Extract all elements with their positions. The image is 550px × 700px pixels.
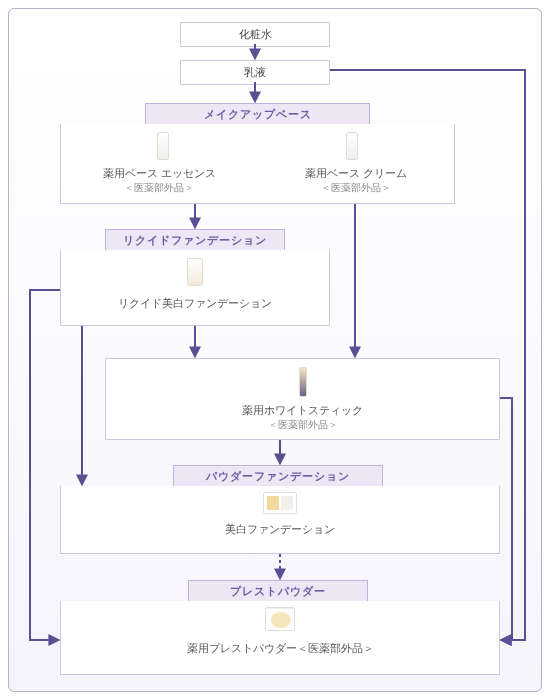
step-emulsion: 乳液 bbox=[180, 60, 330, 85]
product-base-cream: 薬用ベース クリーム ＜医薬部外品＞ bbox=[258, 166, 455, 195]
product-white-stick: 薬用ホワイトスティック ＜医薬部外品＞ bbox=[106, 403, 499, 432]
product-pressed-powder-icon bbox=[265, 607, 295, 631]
product-liquid-foundation-icon bbox=[187, 258, 203, 286]
product-base-essence-icon bbox=[157, 132, 169, 160]
product-liquid-foundation: リクイド美白ファンデーション bbox=[61, 296, 329, 310]
product-powder-foundation-name: 美白ファンデーション bbox=[225, 523, 335, 535]
step-emulsion-label: 乳液 bbox=[244, 66, 266, 78]
product-powder-foundation-icon bbox=[263, 492, 297, 514]
category-makeup-base: メイクアップベース bbox=[145, 103, 370, 126]
product-liquid-foundation-name: リクイド美白ファンデーション bbox=[118, 297, 272, 309]
category-makeup-base-label: メイクアップベース bbox=[204, 108, 312, 120]
product-pressed-powder-name: 薬用プレストパウダー＜医薬部外品＞ bbox=[187, 642, 374, 654]
product-base-essence-name: 薬用ベース エッセンス bbox=[103, 167, 216, 179]
product-base-cream-note: ＜医薬部外品＞ bbox=[321, 182, 391, 193]
product-base-essence: 薬用ベース エッセンス ＜医薬部外品＞ bbox=[61, 166, 258, 195]
step-lotion-label: 化粧水 bbox=[239, 28, 272, 40]
makeup-base-body: 薬用ベース エッセンス ＜医薬部外品＞ 薬用ベース クリーム ＜医薬部外品＞ bbox=[60, 124, 455, 204]
category-pressed-powder-label: プレストパウダー bbox=[230, 585, 326, 597]
liquid-foundation-body: リクイド美白ファンデーション bbox=[60, 250, 330, 326]
product-base-cream-name: 薬用ベース クリーム bbox=[305, 167, 407, 179]
product-powder-foundation: 美白ファンデーション bbox=[61, 522, 499, 536]
category-powder-foundation-label: パウダーファンデーション bbox=[206, 470, 350, 482]
category-powder-foundation: パウダーファンデーション bbox=[173, 465, 383, 488]
product-white-stick-name: 薬用ホワイトスティック bbox=[242, 404, 363, 416]
category-liquid-foundation-label: リクイドファンデーション bbox=[123, 234, 267, 246]
product-base-cream-icon bbox=[346, 132, 358, 160]
product-pressed-powder: 薬用プレストパウダー＜医薬部外品＞ bbox=[61, 641, 499, 655]
powder-foundation-body: 美白ファンデーション bbox=[60, 486, 500, 554]
category-liquid-foundation: リクイドファンデーション bbox=[105, 229, 285, 252]
category-pressed-powder: プレストパウダー bbox=[188, 580, 368, 603]
product-white-stick-note: ＜医薬部外品＞ bbox=[268, 419, 338, 430]
pressed-powder-body: 薬用プレストパウダー＜医薬部外品＞ bbox=[60, 601, 500, 675]
product-base-essence-note: ＜医薬部外品＞ bbox=[124, 182, 194, 193]
product-white-stick-icon bbox=[299, 367, 307, 397]
step-lotion: 化粧水 bbox=[180, 22, 330, 47]
product-white-stick-box: 薬用ホワイトスティック ＜医薬部外品＞ bbox=[105, 358, 500, 440]
